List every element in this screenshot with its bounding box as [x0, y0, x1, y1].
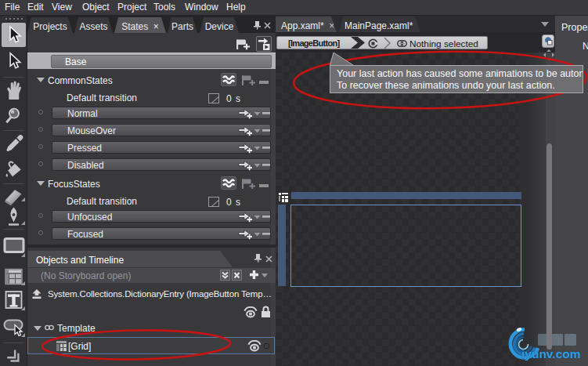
svg-text:iyunv.com: iyunv.com	[521, 347, 581, 361]
